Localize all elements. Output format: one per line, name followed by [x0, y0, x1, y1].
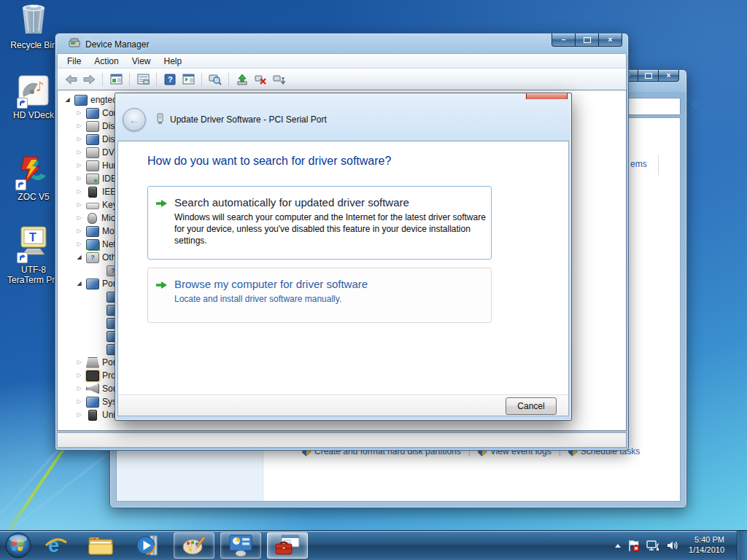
zoc-v5-icon [17, 154, 50, 190]
minimize-button[interactable]: – [551, 34, 576, 47]
window-caption-buttons: – × [552, 34, 622, 47]
taskbar-app-admin-toolbox[interactable] [267, 532, 308, 559]
show-hidden-icons-button[interactable] [615, 544, 621, 548]
expand-expander-icon[interactable] [75, 386, 83, 392]
update-driver-dialog: × ← Update Driver Software - PCI Serial … [115, 93, 572, 421]
dialog-heading: How do you want to search for driver sof… [147, 155, 391, 168]
taskbar-app-system-console[interactable] [220, 532, 261, 559]
search-icon [692, 101, 701, 112]
dialog-title: Update Driver Software - PCI Serial Port [156, 113, 327, 127]
dialog-title-text: Update Driver Software - PCI Serial Port [170, 114, 327, 125]
option-search-automatically[interactable]: Search automatically for updated driver … [147, 186, 492, 260]
expand-expander-icon[interactable] [75, 202, 83, 208]
expand-expander-icon[interactable] [75, 149, 83, 155]
menu-bar: File Action View Help [57, 53, 627, 69]
tray-time: 5:40 PM [689, 535, 724, 545]
taskbar: e [0, 530, 747, 560]
option-description: Locate and install driver software manua… [174, 293, 492, 305]
taskbar-app-paint[interactable] [174, 532, 214, 559]
dialog-footer: Cancel [117, 394, 569, 416]
expand-expander-icon[interactable] [75, 123, 83, 129]
option-title: Search automatically for updated driver … [174, 196, 482, 209]
expand-expander-icon[interactable] [75, 228, 83, 234]
option-title: Browse my computer for driver software [174, 278, 482, 290]
port-device-icon [86, 357, 99, 368]
action-center-flag-icon[interactable] [627, 540, 640, 552]
forward-icon[interactable] [82, 72, 96, 87]
hd-vdeck-icon: ♪ [18, 75, 49, 108]
collapse-expander-icon[interactable] [75, 254, 83, 260]
menu-file[interactable]: File [61, 55, 88, 68]
scan-hardware-changes-icon[interactable] [271, 72, 286, 87]
cancel-button[interactable]: Cancel [506, 397, 557, 415]
disk-device-icon [86, 121, 99, 132]
expand-expander-icon[interactable] [75, 163, 83, 168]
green-arrow-icon [156, 281, 168, 292]
uninstall-icon[interactable] [253, 72, 268, 87]
screen-device-icon [86, 226, 99, 237]
window-title: Device Manager [69, 38, 149, 50]
shortcut-arrow-icon [17, 252, 28, 263]
expand-expander-icon[interactable] [75, 412, 83, 418]
volume-icon[interactable] [667, 540, 679, 551]
expand-expander-icon[interactable] [75, 176, 83, 182]
hid-device-icon [86, 160, 99, 171]
collapse-expander-icon[interactable] [63, 97, 71, 103]
taskbar-media-player-icon[interactable] [136, 534, 160, 557]
start-button[interactable] [4, 532, 32, 559]
tray-clock[interactable]: 5:40 PM 1/14/2010 [689, 535, 724, 556]
plug-device-icon [88, 410, 97, 421]
close-button[interactable]: × [658, 70, 679, 82]
expand-expander-icon[interactable] [75, 373, 83, 378]
system-tray: 5:40 PM 1/14/2010 [615, 531, 747, 560]
maximize-button[interactable] [575, 34, 599, 47]
update-driver-icon[interactable] [235, 72, 249, 87]
shortcut-arrow-icon [17, 98, 28, 109]
expand-expander-icon[interactable] [75, 359, 83, 365]
kbd-device-icon [86, 203, 99, 209]
show-desktop-button[interactable] [737, 531, 747, 560]
close-button[interactable]: × [598, 34, 622, 47]
menu-help[interactable]: Help [158, 55, 189, 68]
scan-icon[interactable] [208, 72, 222, 87]
portable-device-icon [86, 279, 99, 289]
other-device-icon [86, 252, 99, 263]
help-icon[interactable]: ? [163, 72, 177, 87]
collapse-expander-icon[interactable] [75, 281, 83, 287]
shortcut-arrow-icon [15, 179, 26, 190]
option-browse-computer[interactable]: Browse my computer for driver software L… [147, 268, 492, 323]
svg-text:T: T [29, 231, 36, 244]
expand-expander-icon[interactable] [75, 399, 83, 405]
network-icon[interactable] [646, 540, 660, 551]
window-title-text: Device Manager [85, 39, 149, 50]
dialog-header: ← Update Driver Software - PCI Serial Po… [117, 99, 569, 141]
show-window-icon[interactable] [181, 72, 196, 87]
net-device-icon [86, 239, 99, 250]
taskbar-internet-explorer-icon[interactable]: e [44, 534, 69, 557]
properties-icon[interactable] [136, 72, 150, 87]
expand-expander-icon[interactable] [75, 110, 83, 116]
maximize-button[interactable] [638, 70, 659, 82]
partial-link[interactable]: ems [630, 159, 647, 169]
pc-device-icon [74, 95, 88, 106]
menu-action[interactable]: Action [88, 55, 125, 68]
mouse-device-icon [88, 213, 97, 224]
console-window-icon[interactable] [109, 72, 123, 87]
back-button[interactable]: ← [123, 108, 146, 131]
recycle-bin-icon [17, 1, 50, 38]
device-manager-icon [69, 38, 80, 50]
green-arrow-icon [156, 199, 168, 210]
expand-expander-icon[interactable] [75, 241, 83, 247]
screen-device-icon [86, 108, 99, 119]
driver-icon [156, 113, 164, 127]
column-divider [658, 155, 659, 175]
taskbar-windows-explorer-icon[interactable] [88, 534, 114, 556]
ide-device-icon [86, 174, 99, 184]
option-description: Windows will search your computer and th… [174, 211, 492, 247]
back-icon[interactable] [63, 72, 78, 87]
menu-view[interactable]: View [125, 55, 158, 68]
expand-expander-icon[interactable] [75, 215, 83, 221]
expand-expander-icon[interactable] [75, 136, 83, 142]
expand-expander-icon[interactable] [75, 189, 83, 195]
dialog-body: How do you want to search for driver sof… [117, 141, 569, 394]
